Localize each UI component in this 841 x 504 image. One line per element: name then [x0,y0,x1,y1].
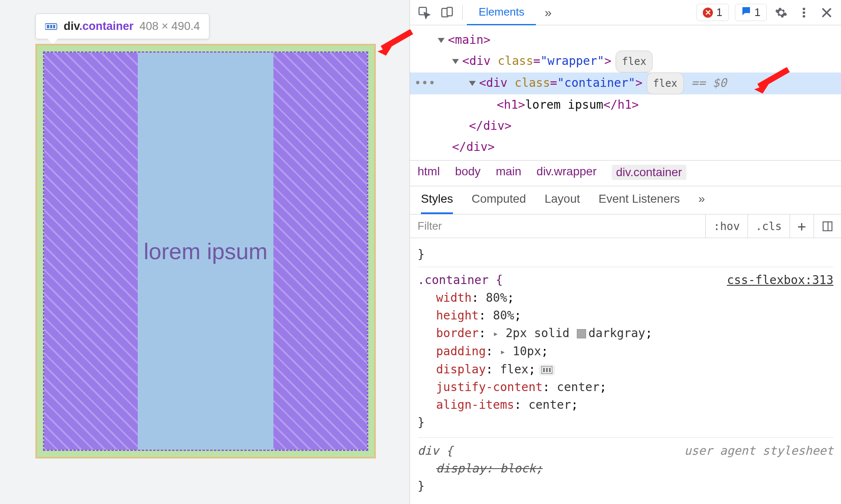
styles-filter-input[interactable] [410,214,706,238]
tab-elements[interactable]: Elements [467,0,536,25]
tab-styles[interactable]: Styles [421,186,453,214]
annotation-arrow-left [376,29,414,59]
flex-badge[interactable]: flex [647,72,684,94]
page-viewport: div.container 408 × 490.4 lorem ipsum [0,0,410,504]
computed-toggle[interactable] [814,214,841,238]
crumb-body[interactable]: body [455,165,481,180]
svg-rect-12 [543,368,545,372]
devtools-toolbar: Elements » ✕ 1 1 [410,0,841,25]
crumb-html[interactable]: html [418,165,440,180]
flex-icon [45,21,58,32]
css-decl-overridden[interactable]: display: block; [418,460,833,477]
device-toggle-button[interactable] [436,2,458,24]
styles-tab-bar: Styles Computed Layout Event Listeners » [410,186,841,214]
message-badge[interactable]: 1 [735,4,767,21]
flexbox-editor-icon[interactable] [539,365,555,375]
css-rules-pane[interactable]: } .container { css-flexbox:313 width: 80… [410,238,841,501]
error-count: 1 [716,6,722,19]
dom-node-wrapper-close[interactable]: </div> [410,137,841,158]
flex-gap-left [44,53,138,450]
tab-computed[interactable]: Computed [471,186,526,214]
dom-node-h1[interactable]: <h1>lorem ipsum</h1> [410,94,841,115]
tab-layout[interactable]: Layout [544,186,580,214]
css-rule-container[interactable]: .container { css-flexbox:313 width: 80%;… [418,267,833,432]
tab-event-listeners[interactable]: Event Listeners [599,186,680,214]
new-rule-button[interactable]: + [790,214,814,238]
svg-rect-2 [50,25,52,28]
crumb-wrapper[interactable]: div.wrapper [536,165,597,180]
error-badge[interactable]: ✕ 1 [696,4,729,21]
styles-tabs-overflow[interactable]: » [699,186,705,214]
message-count: 1 [755,6,761,19]
tabs-overflow[interactable]: » [537,5,559,20]
dom-node-container-close[interactable]: </div> [410,115,841,137]
settings-button[interactable] [770,2,792,24]
svg-rect-6 [447,7,453,16]
close-button[interactable] [816,2,838,24]
breadcrumb: html body main div.wrapper div.container [410,160,841,186]
color-swatch[interactable] [577,329,586,338]
svg-point-8 [803,11,805,14]
content-overlay: lorem ipsum [43,51,368,451]
kebab-menu-button[interactable] [793,2,815,24]
css-decl[interactable]: padding: ▸ 10px; [418,343,833,361]
crumb-container[interactable]: div.container [612,165,686,180]
css-decl[interactable]: justify-content: center; [418,378,833,396]
rule-selector[interactable]: div { [418,442,453,460]
dom-node-main[interactable]: <main> [410,29,841,51]
inspect-button[interactable] [413,2,435,24]
hov-toggle[interactable]: :hov [706,214,748,238]
rule-source-link[interactable]: css-flexbox:313 [727,271,833,289]
cls-toggle[interactable]: .cls [748,214,790,238]
rule-close: } [418,477,833,495]
preview-text: lorem ipsum [144,238,268,264]
svg-rect-13 [546,368,548,372]
tooltip-selector: div.container [64,20,134,33]
svg-point-7 [803,8,805,10]
svg-rect-1 [47,25,49,28]
css-decl[interactable]: width: 80%; [418,289,833,307]
message-icon [741,6,751,19]
css-decl[interactable]: height: 80%; [418,307,833,324]
tooltip-dimensions: 408 × 490.4 [139,20,200,33]
flex-gap-right [273,53,367,450]
inspect-tooltip: div.container 408 × 490.4 [35,13,209,39]
css-rule-div-ua[interactable]: div { user agent stylesheet display: blo… [418,437,833,495]
separator [462,5,463,20]
flex-item: lorem ipsum [138,53,273,450]
css-decl[interactable]: display: flex; [418,361,833,378]
rule-close: } [418,414,833,432]
styles-filter-bar: :hov .cls + [410,214,841,238]
css-decl[interactable]: border: ▸ 2px solid darkgray; [418,324,833,343]
selected-ref: == $0 [691,76,727,90]
flex-badge[interactable]: flex [616,51,653,72]
crumb-main[interactable]: main [496,165,522,180]
error-icon: ✕ [703,8,713,18]
svg-rect-14 [549,368,551,372]
svg-point-9 [803,15,805,17]
inspected-element-overlay: lorem ipsum [35,44,376,458]
rule-source-ua: user agent stylesheet [684,442,833,460]
dom-tree[interactable]: <main> <div class="wrapper">flex •••<div… [410,25,841,160]
padding-overlay: lorem ipsum [37,46,374,457]
svg-rect-3 [53,25,55,28]
css-decl[interactable]: align-items: center; [418,396,833,414]
truncated-brace: } [418,246,833,263]
rule-selector[interactable]: .container { [418,271,503,289]
annotation-arrow-right [753,67,790,97]
devtools-panel: Elements » ✕ 1 1 <main> <div class="wrap… [410,0,841,504]
